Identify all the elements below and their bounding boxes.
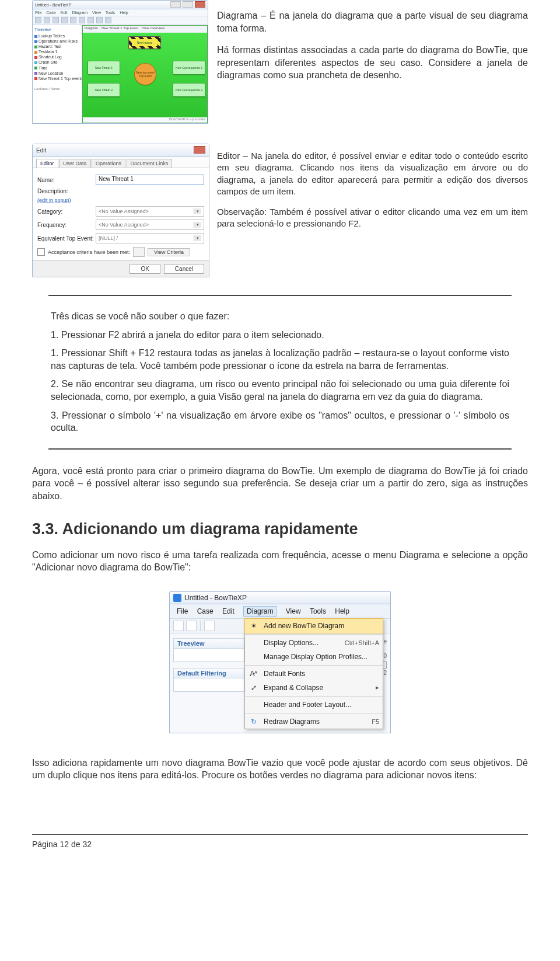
chevron-down-icon: ▾ <box>194 235 201 241</box>
menu-file[interactable]: File <box>35 11 41 15</box>
tree-item[interactable]: Testdata 1 <box>34 49 80 54</box>
toolbar-icon[interactable] <box>35 17 41 23</box>
view-criteria-button[interactable]: View Criteria <box>148 248 190 256</box>
toolbar-icon[interactable] <box>79 17 85 23</box>
frequency-select[interactable]: <No Value Assigned> ▾ <box>96 220 204 230</box>
separator <box>245 665 383 666</box>
menu-diagram[interactable]: Diagram <box>72 11 88 15</box>
tree-item[interactable]: Hazard: Test <box>34 44 80 49</box>
cancel-button[interactable]: Cancel <box>164 264 204 274</box>
tab-user-data[interactable]: User Data <box>59 159 91 168</box>
category-select[interactable]: <No Value Assigned> ▾ <box>96 206 204 217</box>
tree-item[interactable]: Lookup Tables <box>34 33 80 39</box>
menu-edit[interactable]: Edit <box>222 607 235 615</box>
tree-item[interactable]: New Location <box>34 71 80 76</box>
top-event-shape[interactable]: New top event Top event <box>134 63 156 85</box>
statusbar: BowTieXP is up to date <box>83 117 207 123</box>
threat-shape[interactable]: New Threat 2 <box>88 83 120 97</box>
menu-view[interactable]: View <box>92 11 101 15</box>
separator <box>245 634 383 635</box>
window-title: Untitled - BowTieXP <box>184 594 247 602</box>
minimize-icon[interactable] <box>170 1 181 8</box>
close-icon[interactable] <box>194 146 205 154</box>
edit-in-popup-link[interactable]: (edit in popup) <box>37 197 71 203</box>
treeview-footer-label: Lookups / Name <box>34 87 80 90</box>
treeview-header: Treeview <box>34 27 80 32</box>
tree-item[interactable]: Crash Site <box>34 60 80 65</box>
menu-item-expand-collapse[interactable]: ⤢ Expand & Collapse ▸ <box>245 681 383 695</box>
menu-edit[interactable]: Edit <box>61 11 68 15</box>
toolbar-icon[interactable] <box>61 17 68 23</box>
diagram-dropdown-menu: ✶ Add new BowTie Diagram Display Options… <box>244 618 383 729</box>
threat-shape[interactable]: New Threat 1 <box>88 61 120 75</box>
toolbar-icon[interactable] <box>52 17 59 23</box>
tab-document-links[interactable]: Document Links <box>127 159 173 168</box>
menu-item-manage-profiles[interactable]: Manage Display Option Profiles... <box>245 650 383 664</box>
square-icon <box>34 51 37 54</box>
diagram-canvas[interactable]: New hazard New top event Top event New T… <box>83 33 207 117</box>
bowtie-main-window-screenshot: Untitled - BowTieXP File Case Edit Diagr… <box>32 0 208 124</box>
menu-diagram[interactable]: Diagram <box>243 606 276 617</box>
list-icon[interactable] <box>133 247 145 257</box>
square-icon <box>34 46 37 48</box>
diagram-tab[interactable]: Diagram <box>85 26 98 33</box>
treeview-panel: Treeview Lookup Tables Operations and Ri… <box>33 25 82 123</box>
tip: 1. Pressionar F2 abrirá a janela do edit… <box>51 329 509 342</box>
menu-tools[interactable]: Tools <box>310 607 326 615</box>
menu-item-display-options[interactable]: Display Options... Ctrl+Shift+A <box>245 636 383 650</box>
menu-view[interactable]: View <box>286 607 301 615</box>
undo-icon[interactable] <box>204 621 215 631</box>
menu-item-add-bowtie[interactable]: ✶ Add new BowTie Diagram <box>244 618 383 633</box>
menu-file[interactable]: File <box>177 607 188 615</box>
toolbar-icon[interactable] <box>70 17 76 23</box>
diagram-tab[interactable]: New Threat 1 Top event <box>102 26 138 33</box>
new-icon[interactable] <box>173 621 184 631</box>
chevron-right-icon: ▸ <box>376 684 379 691</box>
paragraph: Isso adiciona rapidamente um novo diagra… <box>32 757 528 782</box>
toolbar-icon[interactable] <box>88 17 94 23</box>
separator <box>245 713 383 713</box>
maximize-icon[interactable] <box>183 1 193 8</box>
tab-operations[interactable]: Operations <box>92 159 125 168</box>
separator <box>245 696 383 697</box>
menubar: File Case Edit Diagram View Tools Help <box>170 604 390 619</box>
menu-help[interactable]: Help <box>335 607 349 615</box>
menu-item-redraw[interactable]: ↻ Redraw Diagrams F5 <box>245 715 383 729</box>
treeview-body[interactable] <box>173 649 244 662</box>
acceptance-checkbox[interactable] <box>37 248 45 256</box>
tree-item[interactable]: Time <box>34 65 80 71</box>
tips-box: Três dicas se você não souber o que faze… <box>48 295 512 450</box>
tips-heading: Três dicas se você não souber o que faze… <box>51 310 509 323</box>
filtering-body[interactable] <box>173 678 244 692</box>
tree-item[interactable]: Shortcut Log <box>34 54 80 60</box>
toolbar-icon[interactable] <box>105 17 111 23</box>
tab-editor[interactable]: Editor <box>36 159 58 168</box>
menu-item-default-fonts[interactable]: Aᴬ Default Fonts <box>245 667 383 681</box>
close-icon[interactable] <box>195 1 205 8</box>
diagram-tab[interactable]: True Overview <box>142 26 164 33</box>
consequence-shape[interactable]: New Consequence 2 <box>173 83 205 97</box>
consequence-shape[interactable]: New Consequence 1 <box>173 61 205 75</box>
tree-item[interactable]: New Threat 1 Top event <box>34 76 80 81</box>
menu-help[interactable]: Help <box>120 11 128 15</box>
toolbar-icon[interactable] <box>96 17 103 23</box>
tip: 3. Pressionar o símbolo '+' na visualiza… <box>51 409 509 434</box>
name-input[interactable]: New Threat 1 <box>96 175 204 185</box>
menu-case[interactable]: Case <box>197 607 214 615</box>
page-footer: Página 12 de 32 <box>32 834 528 849</box>
blank-icon <box>249 638 259 648</box>
paragraph: Como adicionar um novo risco é uma taref… <box>32 549 528 574</box>
chevron-down-icon: ▾ <box>194 208 201 214</box>
menu-tools[interactable]: Tools <box>106 11 115 15</box>
equivalent-top-event-select[interactable]: [NULL] / ▾ <box>96 233 204 243</box>
open-icon[interactable] <box>186 621 197 631</box>
hazard-shape[interactable]: New hazard <box>128 36 161 49</box>
menu-item-header-footer[interactable]: Header and Footer Layout... <box>245 698 383 712</box>
toolbar-icon[interactable] <box>44 17 50 23</box>
equivalent-top-event-label: Equivalent Top Event: <box>37 235 96 242</box>
square-icon <box>34 72 37 75</box>
tree-item[interactable]: Operations and Risks <box>34 39 80 44</box>
ok-button[interactable]: OK <box>130 264 160 274</box>
menu-case[interactable]: Case <box>46 11 55 15</box>
description-label: Description: <box>37 188 96 194</box>
